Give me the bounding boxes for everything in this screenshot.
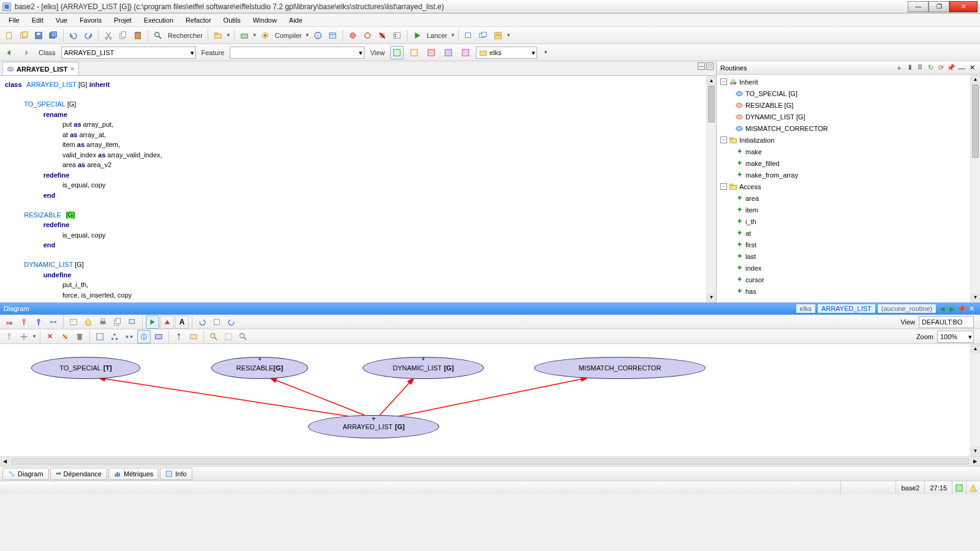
- tree-icon[interactable]: Ⅱ: [905, 64, 914, 72]
- undo-icon[interactable]: [67, 29, 80, 42]
- tree-item[interactable]: ✦first: [719, 239, 978, 250]
- view-flat-icon[interactable]: [424, 46, 438, 59]
- filter-classes-icon[interactable]: [187, 330, 200, 343]
- tree-node-init[interactable]: −Initialization: [719, 134, 978, 146]
- view-basic-icon[interactable]: [390, 46, 404, 59]
- dropdown-arrow-icon[interactable]: ▼: [543, 50, 548, 55]
- run-icon[interactable]: [410, 29, 424, 42]
- close-icon[interactable]: ✕: [967, 304, 976, 313]
- prev-icon[interactable]: ◀: [938, 304, 946, 313]
- inheritance-icon[interactable]: [2, 315, 16, 329]
- add-icon[interactable]: +: [895, 64, 903, 72]
- new-icon[interactable]: [2, 29, 16, 42]
- window-icon[interactable]: [326, 29, 339, 42]
- window-dup-icon[interactable]: [477, 29, 490, 42]
- menu-file[interactable]: File: [2, 15, 26, 25]
- minimize-pane-icon[interactable]: —: [698, 62, 705, 70]
- feature-combo[interactable]: ▾: [230, 47, 364, 59]
- menu-execution[interactable]: Execution: [138, 15, 179, 25]
- run-label[interactable]: Lancer: [425, 32, 450, 39]
- view-clickable-icon[interactable]: [407, 46, 421, 59]
- window-new-icon[interactable]: [462, 29, 475, 42]
- depth-icon[interactable]: [172, 330, 186, 343]
- scroll-thumb[interactable]: [11, 458, 969, 465]
- scroll-thumb[interactable]: [972, 84, 979, 158]
- tree-node-inherit[interactable]: −Inherit: [719, 76, 978, 88]
- trash-icon[interactable]: [73, 330, 86, 343]
- sync-icon[interactable]: ⟳: [937, 64, 945, 72]
- back-icon[interactable]: [2, 46, 16, 59]
- menu-projet[interactable]: Projet: [108, 15, 138, 25]
- close-button[interactable]: ✕: [949, 1, 978, 12]
- tab-metriques[interactable]: Métriques: [108, 468, 159, 480]
- collapse-icon[interactable]: −: [720, 137, 727, 143]
- layout-3-icon[interactable]: [123, 330, 136, 343]
- close-tab-icon[interactable]: ✕: [70, 66, 75, 72]
- arrow-right-icon[interactable]: [146, 315, 159, 329]
- scroll-down-icon[interactable]: ▼: [971, 293, 980, 302]
- tree-item[interactable]: DYNAMIC_LIST [G]: [719, 111, 978, 122]
- tree-item[interactable]: ✦area: [719, 192, 978, 204]
- view-combo[interactable]: DEFAULT:BO: [919, 316, 974, 328]
- search-label[interactable]: Rechercher: [166, 32, 205, 39]
- tree-node-access[interactable]: −Access: [719, 181, 978, 192]
- tree-item[interactable]: ✦make_filled: [719, 157, 978, 169]
- node-resizable[interactable]: *RESIZABLE[G]: [211, 357, 308, 379]
- tree-item[interactable]: ✦index: [719, 262, 978, 274]
- routines-tree[interactable]: −Inherit TO_SPECIAL [G] RESIZABLE [G] DY…: [717, 75, 980, 302]
- zoom-fit-icon[interactable]: [207, 330, 221, 343]
- redo-icon[interactable]: [81, 29, 95, 42]
- tree-item[interactable]: ✦make_from_array: [719, 169, 978, 181]
- save-all-icon[interactable]: [47, 29, 60, 42]
- tab-info[interactable]: Info: [160, 468, 192, 480]
- collapse-icon[interactable]: −: [720, 78, 727, 85]
- scroll-thumb[interactable]: [708, 86, 715, 122]
- compile-label[interactable]: Compiler: [273, 32, 304, 39]
- pin-icon[interactable]: 📌: [957, 304, 966, 313]
- class-combo[interactable]: ARRAYED_LIST ▾: [61, 47, 196, 59]
- tree-item[interactable]: MISMATCH_CORRECTOR: [719, 122, 978, 134]
- menu-edit[interactable]: Edit: [26, 15, 50, 25]
- breakpoint-disable-icon[interactable]: [361, 29, 374, 42]
- node-mismatch[interactable]: MISMATCH_CORRECTOR: [534, 357, 706, 379]
- diagram-h-scrollbar[interactable]: ◀ ▶: [0, 456, 980, 466]
- maximize-pane-icon[interactable]: □: [706, 62, 714, 70]
- minimize-button[interactable]: —: [908, 1, 929, 12]
- client-icon[interactable]: [17, 315, 31, 329]
- tree-item[interactable]: ✦i_th: [719, 216, 978, 227]
- tree-item[interactable]: TO_SPECIAL [G]: [719, 88, 978, 99]
- view-contract-icon[interactable]: [442, 46, 455, 59]
- code-editor[interactable]: class ARRAYED_LIST [G] inherit TO_SPECIA…: [0, 76, 716, 302]
- tab-diagram[interactable]: Diagram: [2, 468, 49, 480]
- forward-icon[interactable]: [20, 46, 33, 59]
- tree-item[interactable]: ✦item: [719, 204, 978, 216]
- dropdown-arrow-icon[interactable]: ▼: [450, 32, 455, 38]
- status-icon-1[interactable]: [952, 481, 966, 494]
- tab-dependance[interactable]: ➡Dépendance: [50, 468, 107, 480]
- breakpoint-enable-icon[interactable]: [346, 29, 360, 42]
- compile-icon[interactable]: [258, 29, 272, 42]
- tab-arrayed-list[interactable]: ARRAYED_LIST ✕: [2, 62, 79, 75]
- undo-diagram-icon[interactable]: [195, 315, 209, 329]
- delete-icon[interactable]: ✕: [43, 330, 57, 343]
- copy-image-icon[interactable]: [126, 315, 139, 329]
- tree-item[interactable]: ✦has: [719, 285, 978, 297]
- close-panel-icon[interactable]: ✕: [968, 64, 976, 72]
- menu-window[interactable]: Window: [247, 15, 283, 25]
- minimize-panel-icon[interactable]: —: [957, 64, 966, 72]
- chip-routine[interactable]: (aucune_routine): [878, 304, 936, 313]
- dropdown-arrow-icon[interactable]: ▼: [32, 334, 37, 339]
- menu-refactor[interactable]: Refactor: [179, 15, 217, 25]
- tree-item[interactable]: ✦at: [719, 227, 978, 239]
- links-icon[interactable]: [47, 315, 60, 329]
- tree-scrollbar[interactable]: ▲▼: [970, 75, 980, 302]
- filter-icon[interactable]: ⠿: [916, 64, 924, 72]
- dropdown-arrow-icon[interactable]: ▼: [506, 32, 511, 38]
- save-icon[interactable]: [32, 29, 45, 42]
- breakpoint-list-icon[interactable]: [390, 29, 404, 42]
- tree-item[interactable]: ✦cursor: [719, 274, 978, 285]
- maximize-button[interactable]: ❐: [929, 1, 949, 12]
- pin-icon[interactable]: 📌: [947, 64, 956, 72]
- supplier-icon[interactable]: [32, 315, 45, 329]
- copy-icon[interactable]: [116, 29, 130, 42]
